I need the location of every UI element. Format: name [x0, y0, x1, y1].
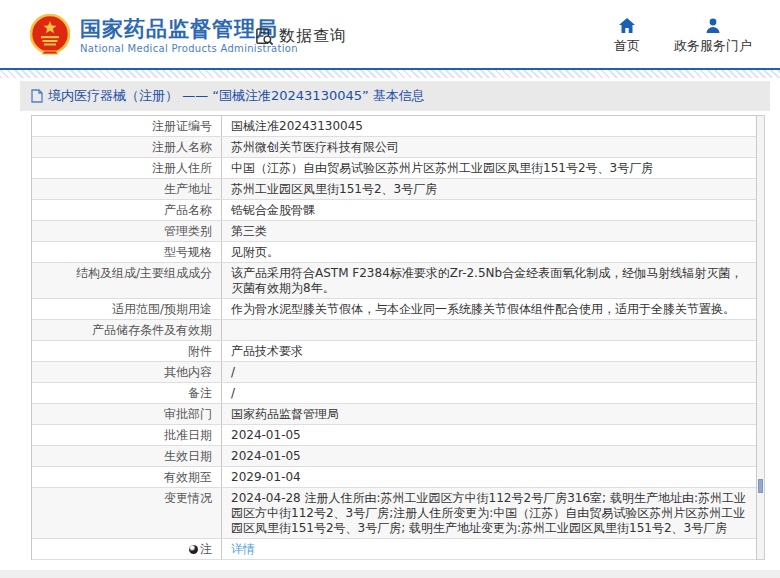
detail-link[interactable]: 详情 — [231, 542, 255, 556]
row-value: 2024-01-05 — [222, 425, 756, 445]
table-row: 适用范围/预期用途作为骨水泥型膝关节假体，与本企业同一系统膝关节假体组件配合使用… — [32, 299, 756, 320]
site-header: 国家药品监督管理局 National Medical Products Admi… — [0, 0, 780, 70]
note-icon — [189, 545, 198, 554]
row-value — [222, 320, 756, 340]
table-row: 生效日期2024-01-05 — [32, 446, 756, 467]
nav-portal[interactable]: 政务服务门户 — [674, 18, 752, 55]
row-label: 生效日期 — [32, 446, 222, 466]
row-value: 锆铌合金股骨髁 — [222, 200, 756, 220]
row-value: 中国（江苏）自由贸易试验区苏州片区苏州工业园区凤里街151号2号、3号厂房 — [222, 158, 756, 178]
decorative-stripe-band — [0, 70, 780, 78]
table-zone: 注册证编号国械注准20243130045注册人名称苏州微创关节医疗科技有限公司注… — [31, 115, 770, 560]
row-label: 备注 — [32, 383, 222, 403]
row-label: 附件 — [32, 341, 222, 361]
national-emblem-icon — [30, 14, 70, 56]
row-value: 该产品采用符合ASTM F2384标准要求的Zr-2.5Nb合金经表面氧化制成，… — [222, 263, 756, 298]
table-row: 变更情况2024-04-28 注册人住所由:苏州工业园区方中街112号2号厂房3… — [32, 488, 756, 539]
row-value: 产品技术要求 — [222, 341, 756, 361]
home-icon — [619, 18, 635, 33]
table-row: 注详情 — [32, 539, 756, 560]
table-row: 备注/ — [32, 383, 756, 404]
row-value: 2024-01-05 — [222, 446, 756, 466]
table-row: 有效期至2029-01-04 — [32, 467, 756, 488]
row-label: 结构及组成/主要组成成分 — [32, 263, 222, 298]
table-row: 审批部门国家药品监督管理局 — [32, 404, 756, 425]
table-row: 附件产品技术要求 — [32, 341, 756, 362]
table-row: 生产地址苏州工业园区凤里街151号2、3号厂房 — [32, 179, 756, 200]
row-value: 作为骨水泥型膝关节假体，与本企业同一系统膝关节假体组件配合使用，适用于全膝关节置… — [222, 299, 756, 319]
table-row: 注册证编号国械注准20243130045 — [32, 116, 756, 137]
row-value: 国家药品监督管理局 — [222, 404, 756, 424]
row-label: 产品名称 — [32, 200, 222, 220]
data-query-heading[interactable]: 数据查询 — [255, 26, 347, 47]
page-title: 境内医疗器械（注册） —— “国械注准20243130045” 基本信息 — [48, 87, 425, 105]
table-row: 产品储存条件及有效期 — [32, 320, 756, 341]
row-label: 产品储存条件及有效期 — [32, 320, 222, 340]
document-icon — [31, 89, 43, 103]
row-label: 适用范围/预期用途 — [32, 299, 222, 319]
nav-home-label: 首页 — [614, 37, 640, 55]
table-row: 批准日期2024-01-05 — [32, 425, 756, 446]
row-value: / — [222, 362, 756, 382]
panel-titlebar: 境内医疗器械（注册） —— “国械注准20243130045” 基本信息 — [20, 81, 770, 111]
table-row: 管理类别第三类 — [32, 221, 756, 242]
footer-strip — [0, 570, 780, 578]
row-value: 苏州微创关节医疗科技有限公司 — [222, 137, 756, 157]
row-value: 2029-01-04 — [222, 467, 756, 487]
data-query-label: 数据查询 — [279, 26, 347, 47]
row-label: 型号规格 — [32, 242, 222, 262]
row-label: 注 — [32, 539, 222, 559]
row-value: 第三类 — [222, 221, 756, 241]
table-row: 结构及组成/主要组成成分该产品采用符合ASTM F2384标准要求的Zr-2.5… — [32, 263, 756, 299]
table-scrollbar[interactable] — [757, 115, 765, 560]
row-label: 生产地址 — [32, 179, 222, 199]
document-search-icon — [255, 27, 274, 46]
table-row: 产品名称锆铌合金股骨髁 — [32, 200, 756, 221]
scrollbar-thumb[interactable] — [758, 479, 763, 493]
row-value: 2024-04-28 注册人住所由:苏州工业园区方中街112号2号厂房316室;… — [222, 488, 756, 538]
table-row: 其他内容/ — [32, 362, 756, 383]
row-label: 批准日期 — [32, 425, 222, 445]
table-row: 注册人名称苏州微创关节医疗科技有限公司 — [32, 137, 756, 158]
row-label: 有效期至 — [32, 467, 222, 487]
row-label: 变更情况 — [32, 488, 222, 538]
header-nav: 首页 政务服务门户 — [614, 18, 752, 55]
nav-portal-label: 政务服务门户 — [674, 37, 752, 55]
row-label: 其他内容 — [32, 362, 222, 382]
table-row: 注册人住所中国（江苏）自由贸易试验区苏州片区苏州工业园区凤里街151号2号、3号… — [32, 158, 756, 179]
row-value: 详情 — [222, 539, 756, 559]
row-value: 见附页。 — [222, 242, 756, 262]
info-table: 注册证编号国械注准20243130045注册人名称苏州微创关节医疗科技有限公司注… — [31, 115, 757, 560]
row-label: 审批部门 — [32, 404, 222, 424]
user-icon — [705, 18, 721, 33]
row-value: 苏州工业园区凤里街151号2、3号厂房 — [222, 179, 756, 199]
detail-panel: 境内医疗器械（注册） —— “国械注准20243130045” 基本信息 注册证… — [20, 81, 770, 560]
row-label: 注册证编号 — [32, 116, 222, 136]
row-value: 国械注准20243130045 — [222, 116, 756, 136]
nav-home[interactable]: 首页 — [614, 18, 640, 55]
row-label: 注册人名称 — [32, 137, 222, 157]
row-label: 管理类别 — [32, 221, 222, 241]
row-value: / — [222, 383, 756, 403]
table-row: 型号规格见附页。 — [32, 242, 756, 263]
row-label: 注册人住所 — [32, 158, 222, 178]
